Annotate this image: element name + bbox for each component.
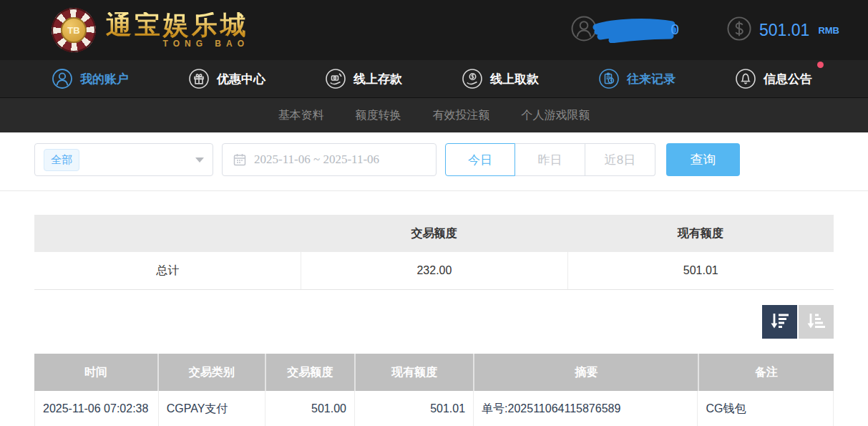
records-header-transaction-amount: 交易额度: [265, 354, 354, 391]
balance-display[interactable]: 501.01 RMB: [726, 16, 839, 44]
username-display[interactable]: 0: [570, 14, 676, 46]
subnav-item-basic-info[interactable]: 基本资料: [278, 108, 324, 123]
records-header-summary: 摘要: [473, 354, 698, 391]
sort-controls: [34, 305, 834, 339]
nav-label: 线上取款: [490, 71, 539, 87]
bell-icon: [735, 68, 756, 89]
summary-total-label: 总计: [34, 252, 301, 289]
chip-monogram: TB: [61, 17, 87, 43]
chevron-down-icon: [195, 158, 204, 163]
site-title: 通宝娱乐城: [106, 12, 249, 38]
redacted-username-scribble: 0: [592, 17, 676, 43]
records-header-remark: 备注: [698, 354, 834, 391]
summary-total-row: 总计 232.00 501.01: [34, 252, 834, 290]
subnav-item-valid-bets[interactable]: 有效投注额: [433, 108, 490, 123]
subnav-item-credit-transfer[interactable]: 额度转换: [356, 108, 401, 123]
sort-ascending-button[interactable]: [799, 305, 834, 339]
nav-label: 往来记录: [627, 71, 676, 87]
nav-label: 线上存款: [353, 71, 402, 87]
nav-item-withdraw[interactable]: 线上取款: [462, 68, 539, 89]
notification-badge: [817, 62, 824, 68]
nav-label: 优惠中心: [217, 71, 265, 87]
summary-header-current-balance: 现有额度: [567, 226, 834, 241]
selected-type-tag[interactable]: 全部: [44, 149, 79, 171]
range-button-yesterday[interactable]: 昨日: [515, 143, 585, 176]
records-icon: [598, 68, 620, 89]
main-nav: 我的账户 优惠中心 线上存款: [0, 60, 868, 98]
content-area: 全部 2025-11-06 ~ 2025-11-06 今日 昨日 近8日 查询: [0, 132, 868, 426]
nav-item-transaction-records[interactable]: 往来记录: [598, 68, 676, 89]
date-range-picker[interactable]: 2025-11-06 ~ 2025-11-06: [222, 143, 437, 176]
record-transaction-amount: 501.00: [265, 391, 354, 426]
summary-current-balance: 501.01: [567, 252, 834, 289]
username-visible-suffix: 0: [670, 21, 679, 38]
dollar-circle-icon: [726, 16, 752, 44]
records-table: 时间 交易类别 交易额度 现有额度 摘要 备注 2025-11-06 07:02…: [34, 354, 834, 426]
calendar-icon: [233, 153, 247, 167]
sort-descending-button[interactable]: [762, 305, 797, 339]
filter-row: 全部 2025-11-06 ~ 2025-11-06 今日 昨日 近8日 查询: [34, 143, 834, 176]
section-divider: [0, 190, 868, 191]
records-table-header: 时间 交易类别 交易额度 现有额度 摘要 备注: [34, 354, 834, 391]
top-header: TB 通宝娱乐城 TONG BAO 0: [0, 0, 868, 60]
summary-table-header: 交易额度 现有额度: [34, 215, 834, 252]
nav-item-my-account[interactable]: 我的账户: [52, 68, 129, 89]
nav-item-announcements[interactable]: 信息公告: [735, 68, 812, 89]
nav-label: 我的账户: [80, 71, 129, 87]
record-remark: CG钱包: [697, 391, 833, 426]
withdraw-icon: [462, 68, 483, 89]
summary-table: 交易额度 现有额度 总计 232.00 501.01: [34, 215, 834, 290]
subnav-item-game-limits[interactable]: 个人游戏限额: [522, 108, 590, 123]
records-header-time: 时间: [34, 354, 157, 391]
range-button-today[interactable]: 今日: [445, 143, 515, 176]
record-time: 2025-11-06 07:02:38: [35, 391, 158, 426]
records-header-type: 交易类别: [157, 354, 265, 391]
range-button-last8days[interactable]: 近8日: [585, 143, 655, 176]
record-summary: 单号:202511064115876589: [473, 391, 697, 426]
table-row: 2025-11-06 07:02:38 CGPAY支付 501.00 501.0…: [34, 391, 834, 426]
search-button[interactable]: 查询: [666, 143, 740, 176]
type-select[interactable]: 全部: [34, 143, 213, 176]
date-range-value: 2025-11-06 ~ 2025-11-06: [254, 153, 379, 167]
sub-nav: 基本资料 额度转换 有效投注额 个人游戏限额: [0, 98, 868, 132]
user-icon: [52, 68, 73, 89]
sort-amount-desc-icon: [771, 312, 789, 332]
site-subtitle: TONG BAO: [163, 39, 249, 48]
nav-label: 信息公告: [764, 71, 812, 87]
balance-amount: 501.01: [759, 21, 809, 40]
casino-chip-icon: TB: [52, 8, 96, 52]
summary-header-transaction-amount: 交易额度: [301, 226, 567, 241]
nav-item-promotions[interactable]: 优惠中心: [188, 68, 265, 89]
record-current-balance: 501.01: [354, 391, 473, 426]
records-header-current-balance: 现有额度: [354, 354, 473, 391]
site-logo[interactable]: TB 通宝娱乐城 TONG BAO: [52, 8, 249, 52]
quick-range-group: 今日 昨日 近8日: [445, 143, 655, 176]
balance-currency: RMB: [818, 25, 839, 36]
gift-icon: [188, 68, 210, 89]
sort-amount-asc-icon: [807, 312, 826, 332]
summary-transaction-amount: 232.00: [301, 252, 567, 289]
deposit-icon: [325, 68, 346, 89]
record-type: CGPAY支付: [158, 391, 265, 426]
nav-item-deposit[interactable]: 线上存款: [325, 68, 402, 89]
